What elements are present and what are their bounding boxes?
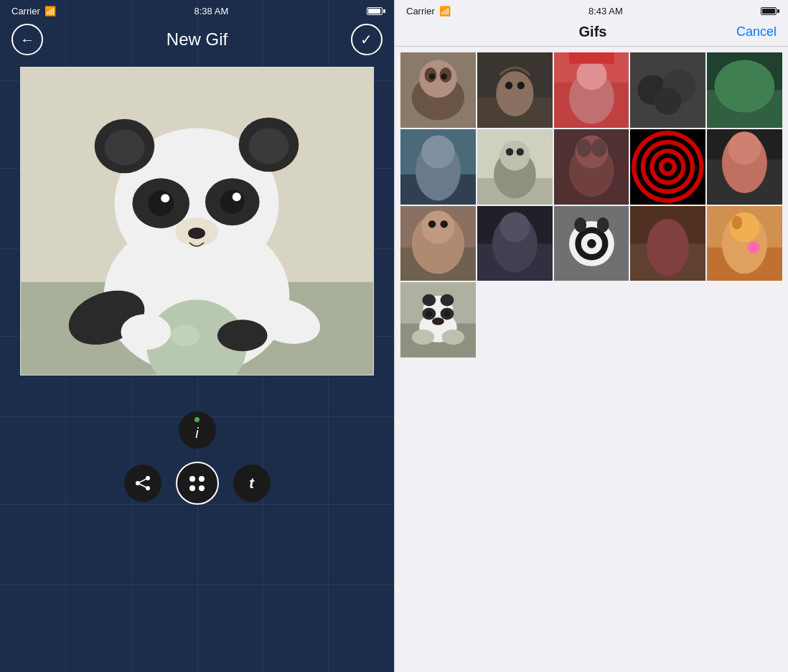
left-time: 8:38 AM bbox=[194, 6, 229, 17]
dot-1 bbox=[189, 476, 195, 482]
gif-thumb-11 bbox=[400, 206, 476, 281]
svg-rect-44 bbox=[569, 52, 614, 64]
confirm-button[interactable]: ✓ bbox=[351, 24, 383, 55]
gif-item-12[interactable] bbox=[477, 206, 553, 281]
gif-thumb-1 bbox=[400, 52, 476, 128]
gif-thumb-8 bbox=[554, 129, 629, 205]
svg-point-105 bbox=[748, 241, 760, 253]
gif-grid bbox=[395, 47, 788, 363]
right-status-left: Carrier 📶 bbox=[406, 6, 451, 17]
left-nav-bar: ← New Gif ✓ bbox=[0, 19, 394, 60]
gif-thumb-16 bbox=[400, 282, 476, 358]
right-status-bar: Carrier 📶 8:43 AM bbox=[395, 0, 788, 19]
gif-thumb-12 bbox=[477, 206, 553, 281]
bottom-area: i bbox=[0, 383, 394, 505]
svg-point-104 bbox=[732, 215, 743, 229]
svg-point-7 bbox=[171, 325, 200, 346]
gif-thumb-3 bbox=[554, 52, 629, 128]
left-battery-fill bbox=[368, 9, 380, 14]
bottom-row: t bbox=[124, 462, 271, 505]
svg-point-61 bbox=[516, 148, 523, 155]
right-time: 8:43 AM bbox=[588, 6, 623, 17]
svg-point-12 bbox=[249, 129, 289, 164]
panda-image bbox=[21, 67, 373, 375]
svg-point-110 bbox=[422, 294, 436, 307]
gif-item-14[interactable] bbox=[630, 206, 705, 281]
svg-line-27 bbox=[138, 483, 148, 488]
green-dot bbox=[194, 417, 200, 422]
gif-item-5[interactable] bbox=[707, 52, 782, 128]
back-button[interactable]: ← bbox=[11, 24, 43, 55]
svg-point-66 bbox=[591, 139, 606, 157]
gif-preview bbox=[20, 67, 374, 375]
right-battery bbox=[761, 7, 777, 15]
gif-item-6[interactable] bbox=[400, 129, 476, 205]
svg-point-83 bbox=[421, 210, 454, 243]
check-icon: ✓ bbox=[360, 31, 372, 48]
screens-container: Carrier 📶 8:38 AM ← New Gif ✓ bbox=[0, 0, 788, 672]
gif-item-16[interactable] bbox=[400, 282, 476, 358]
tumblr-button[interactable]: t bbox=[233, 465, 271, 502]
left-screen: Carrier 📶 8:38 AM ← New Gif ✓ bbox=[0, 0, 394, 672]
svg-point-39 bbox=[517, 82, 524, 89]
gif-item-4[interactable] bbox=[630, 52, 705, 128]
svg-point-95 bbox=[574, 217, 586, 232]
back-icon: ← bbox=[20, 32, 34, 48]
gif-item-3[interactable] bbox=[554, 52, 629, 128]
left-wifi-icon: 📶 bbox=[44, 6, 56, 17]
dot-4 bbox=[199, 485, 205, 491]
svg-point-15 bbox=[148, 190, 174, 216]
gif-item-10[interactable] bbox=[707, 129, 782, 205]
right-screen: Carrier 📶 8:43 AM Gifs Cancel bbox=[394, 0, 788, 672]
svg-point-117 bbox=[412, 330, 434, 345]
gif-thumb-14 bbox=[630, 206, 705, 281]
gif-item-8[interactable] bbox=[554, 129, 629, 205]
dots-grid bbox=[185, 472, 209, 495]
right-battery-tip bbox=[777, 9, 779, 13]
svg-point-116 bbox=[432, 318, 444, 325]
svg-point-43 bbox=[576, 60, 606, 90]
gif-item-7[interactable] bbox=[477, 129, 553, 205]
gif-item-11[interactable] bbox=[400, 206, 476, 281]
left-status-bar: Carrier 📶 8:38 AM bbox=[0, 0, 394, 19]
svg-point-75 bbox=[664, 162, 673, 172]
right-wifi-icon: 📶 bbox=[439, 6, 451, 17]
cancel-button[interactable]: Cancel bbox=[736, 24, 777, 39]
svg-point-65 bbox=[576, 139, 591, 157]
svg-point-114 bbox=[426, 311, 432, 317]
svg-point-37 bbox=[496, 71, 533, 116]
right-battery-fill bbox=[762, 9, 775, 14]
info-icon: i bbox=[195, 425, 198, 442]
svg-point-33 bbox=[429, 73, 435, 79]
svg-point-60 bbox=[506, 148, 513, 155]
gif-thumb-2 bbox=[477, 52, 553, 128]
svg-point-20 bbox=[188, 228, 205, 239]
gif-item-9[interactable] bbox=[630, 129, 705, 205]
gif-thumb-13 bbox=[554, 206, 629, 281]
svg-point-34 bbox=[441, 73, 447, 79]
svg-point-89 bbox=[499, 212, 530, 242]
gif-thumb-9 bbox=[630, 129, 705, 205]
right-page-title: Gifs bbox=[579, 24, 607, 40]
svg-point-17 bbox=[161, 194, 169, 202]
left-status-left: Carrier 📶 bbox=[11, 6, 56, 17]
svg-point-16 bbox=[220, 190, 245, 214]
gif-item-1[interactable] bbox=[400, 52, 476, 128]
gif-item-15[interactable] bbox=[707, 206, 782, 281]
svg-point-59 bbox=[499, 141, 530, 171]
gif-item-13[interactable] bbox=[554, 206, 629, 281]
gif-item-2[interactable] bbox=[477, 52, 553, 128]
page-title: New Gif bbox=[166, 29, 228, 50]
svg-point-79 bbox=[728, 131, 761, 164]
gif-thumb-6 bbox=[400, 129, 476, 205]
svg-point-38 bbox=[505, 82, 512, 89]
info-button[interactable]: i bbox=[179, 411, 216, 449]
svg-point-99 bbox=[647, 218, 689, 276]
center-dots-button[interactable] bbox=[176, 462, 219, 505]
svg-point-18 bbox=[233, 192, 241, 201]
right-carrier: Carrier bbox=[406, 6, 435, 17]
svg-point-51 bbox=[715, 60, 775, 112]
svg-point-94 bbox=[587, 239, 596, 248]
svg-line-26 bbox=[138, 478, 148, 483]
share-button[interactable] bbox=[124, 465, 161, 502]
